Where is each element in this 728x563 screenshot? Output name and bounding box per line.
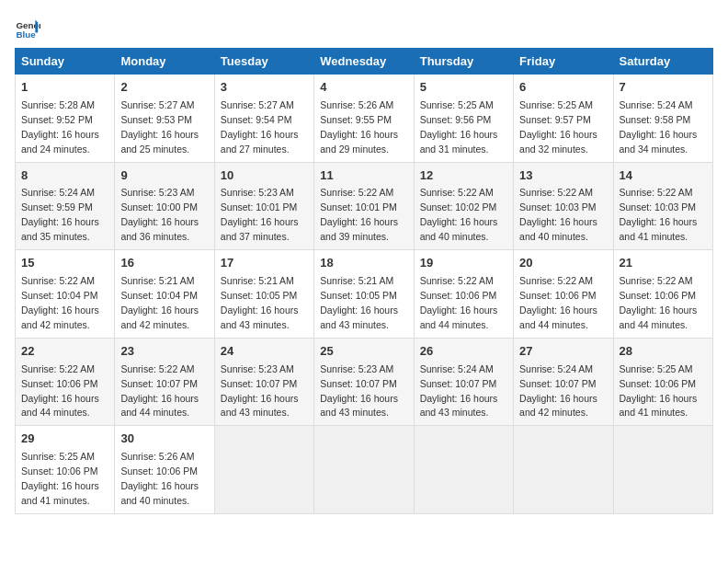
weekday-header: Tuesday (214, 49, 313, 75)
calendar-cell: 30Sunrise: 5:26 AMSunset: 10:06 PMDaylig… (115, 426, 214, 514)
calendar-cell (514, 426, 613, 514)
day-number: 4 (320, 79, 407, 97)
day-info: Sunrise: 5:24 AMSunset: 9:58 PMDaylight:… (620, 99, 698, 155)
calendar-cell (314, 426, 414, 514)
calendar-cell: 20Sunrise: 5:22 AMSunset: 10:06 PMDaylig… (514, 250, 613, 339)
day-info: Sunrise: 5:28 AMSunset: 9:52 PMDaylight:… (21, 99, 99, 155)
svg-text:Blue: Blue (16, 29, 36, 40)
day-number: 1 (21, 79, 108, 97)
weekday-header: Sunday (16, 49, 115, 75)
day-info: Sunrise: 5:22 AMSunset: 10:06 PMDaylight… (420, 275, 498, 330)
calendar-cell: 11Sunrise: 5:22 AMSunset: 10:01 PMDaylig… (314, 162, 414, 250)
day-info: Sunrise: 5:22 AMSunset: 10:07 PMDaylight… (120, 363, 199, 419)
day-info: Sunrise: 5:25 AMSunset: 10:06 PMDaylight… (21, 451, 99, 506)
day-number: 18 (320, 255, 407, 272)
day-number: 30 (120, 431, 208, 448)
day-info: Sunrise: 5:27 AMSunset: 9:54 PMDaylight:… (221, 99, 299, 155)
day-number: 23 (120, 343, 208, 361)
calendar-cell: 10Sunrise: 5:23 AMSunset: 10:01 PMDaylig… (214, 162, 313, 250)
day-info: Sunrise: 5:25 AMSunset: 9:57 PMDaylight:… (519, 99, 597, 155)
day-info: Sunrise: 5:23 AMSunset: 10:01 PMDaylight… (221, 187, 299, 242)
day-info: Sunrise: 5:27 AMSunset: 9:53 PMDaylight:… (120, 99, 199, 155)
day-info: Sunrise: 5:21 AMSunset: 10:05 PMDaylight… (221, 275, 299, 330)
calendar-cell (214, 426, 313, 514)
day-number: 27 (519, 343, 607, 361)
calendar-cell: 13Sunrise: 5:22 AMSunset: 10:03 PMDaylig… (514, 162, 613, 250)
calendar-cell: 17Sunrise: 5:21 AMSunset: 10:05 PMDaylig… (214, 250, 313, 339)
weekday-header-row: SundayMondayTuesdayWednesdayThursdayFrid… (16, 49, 713, 75)
day-number: 11 (320, 167, 407, 185)
calendar-week-row: 22Sunrise: 5:22 AMSunset: 10:06 PMDaylig… (16, 338, 713, 426)
calendar-week-row: 8Sunrise: 5:24 AMSunset: 9:59 PMDaylight… (16, 162, 713, 250)
day-info: Sunrise: 5:26 AMSunset: 10:06 PMDaylight… (120, 451, 199, 506)
day-number: 9 (120, 167, 208, 185)
calendar-cell: 9Sunrise: 5:23 AMSunset: 10:00 PMDayligh… (115, 162, 214, 250)
calendar-cell: 22Sunrise: 5:22 AMSunset: 10:06 PMDaylig… (16, 338, 115, 426)
day-number: 8 (21, 167, 108, 185)
day-info: Sunrise: 5:24 AMSunset: 10:07 PMDaylight… (420, 363, 498, 419)
day-number: 17 (221, 255, 308, 272)
day-number: 20 (519, 255, 607, 272)
day-number: 22 (21, 343, 108, 361)
calendar-cell (414, 426, 513, 514)
day-info: Sunrise: 5:26 AMSunset: 9:55 PMDaylight:… (320, 99, 398, 155)
day-info: Sunrise: 5:23 AMSunset: 10:00 PMDaylight… (120, 187, 199, 242)
day-number: 10 (221, 167, 308, 185)
weekday-header: Saturday (613, 49, 712, 75)
day-info: Sunrise: 5:22 AMSunset: 10:06 PMDaylight… (21, 363, 99, 419)
day-number: 19 (420, 255, 507, 272)
day-info: Sunrise: 5:23 AMSunset: 10:07 PMDaylight… (221, 363, 299, 419)
calendar-cell (613, 426, 712, 514)
calendar-cell: 3Sunrise: 5:27 AMSunset: 9:54 PMDaylight… (214, 75, 313, 163)
calendar-cell: 4Sunrise: 5:26 AMSunset: 9:55 PMDaylight… (314, 75, 414, 163)
day-number: 6 (519, 79, 607, 97)
calendar-cell: 16Sunrise: 5:21 AMSunset: 10:04 PMDaylig… (115, 250, 214, 339)
header: General Blue (15, 15, 713, 40)
calendar-week-row: 1Sunrise: 5:28 AMSunset: 9:52 PMDaylight… (16, 75, 713, 163)
day-number: 28 (620, 343, 707, 361)
weekday-header: Friday (514, 49, 613, 75)
day-number: 13 (519, 167, 607, 185)
day-info: Sunrise: 5:23 AMSunset: 10:07 PMDaylight… (320, 363, 398, 419)
calendar-cell: 27Sunrise: 5:24 AMSunset: 10:07 PMDaylig… (514, 338, 613, 426)
day-info: Sunrise: 5:25 AMSunset: 9:56 PMDaylight:… (420, 99, 498, 155)
day-info: Sunrise: 5:22 AMSunset: 10:03 PMDaylight… (519, 187, 597, 242)
day-number: 29 (21, 431, 108, 448)
day-number: 3 (221, 79, 308, 97)
day-number: 12 (420, 167, 507, 185)
logo-icon: General Blue (15, 15, 40, 40)
calendar-week-row: 15Sunrise: 5:22 AMSunset: 10:04 PMDaylig… (16, 250, 713, 339)
calendar-cell: 2Sunrise: 5:27 AMSunset: 9:53 PMDaylight… (115, 75, 214, 163)
day-number: 7 (620, 79, 707, 97)
day-info: Sunrise: 5:22 AMSunset: 10:04 PMDaylight… (21, 275, 99, 330)
calendar-cell: 7Sunrise: 5:24 AMSunset: 9:58 PMDaylight… (613, 75, 712, 163)
day-number: 24 (221, 343, 308, 361)
day-info: Sunrise: 5:24 AMSunset: 10:07 PMDaylight… (519, 363, 597, 419)
day-number: 25 (320, 343, 407, 361)
calendar-cell: 14Sunrise: 5:22 AMSunset: 10:03 PMDaylig… (613, 162, 712, 250)
day-number: 5 (420, 79, 507, 97)
weekday-header: Thursday (414, 49, 513, 75)
calendar-cell: 19Sunrise: 5:22 AMSunset: 10:06 PMDaylig… (414, 250, 513, 339)
calendar-cell: 1Sunrise: 5:28 AMSunset: 9:52 PMDaylight… (16, 75, 115, 163)
day-info: Sunrise: 5:21 AMSunset: 10:05 PMDaylight… (320, 275, 398, 330)
day-info: Sunrise: 5:22 AMSunset: 10:06 PMDaylight… (519, 275, 597, 330)
day-info: Sunrise: 5:25 AMSunset: 10:06 PMDaylight… (620, 363, 698, 419)
calendar-cell: 12Sunrise: 5:22 AMSunset: 10:02 PMDaylig… (414, 162, 513, 250)
day-number: 14 (620, 167, 707, 185)
day-number: 26 (420, 343, 507, 361)
day-number: 2 (120, 79, 208, 97)
day-info: Sunrise: 5:22 AMSunset: 10:03 PMDaylight… (620, 187, 698, 242)
logo: General Blue (15, 15, 44, 40)
calendar-cell: 6Sunrise: 5:25 AMSunset: 9:57 PMDaylight… (514, 75, 613, 163)
calendar-cell: 15Sunrise: 5:22 AMSunset: 10:04 PMDaylig… (16, 250, 115, 339)
calendar-cell: 23Sunrise: 5:22 AMSunset: 10:07 PMDaylig… (115, 338, 214, 426)
calendar-cell: 29Sunrise: 5:25 AMSunset: 10:06 PMDaylig… (16, 426, 115, 514)
day-number: 21 (620, 255, 707, 272)
day-info: Sunrise: 5:22 AMSunset: 10:06 PMDaylight… (620, 275, 698, 330)
calendar-cell: 21Sunrise: 5:22 AMSunset: 10:06 PMDaylig… (613, 250, 712, 339)
weekday-header: Wednesday (314, 49, 414, 75)
calendar-cell: 24Sunrise: 5:23 AMSunset: 10:07 PMDaylig… (214, 338, 313, 426)
calendar-cell: 26Sunrise: 5:24 AMSunset: 10:07 PMDaylig… (414, 338, 513, 426)
day-info: Sunrise: 5:22 AMSunset: 10:01 PMDaylight… (320, 187, 398, 242)
